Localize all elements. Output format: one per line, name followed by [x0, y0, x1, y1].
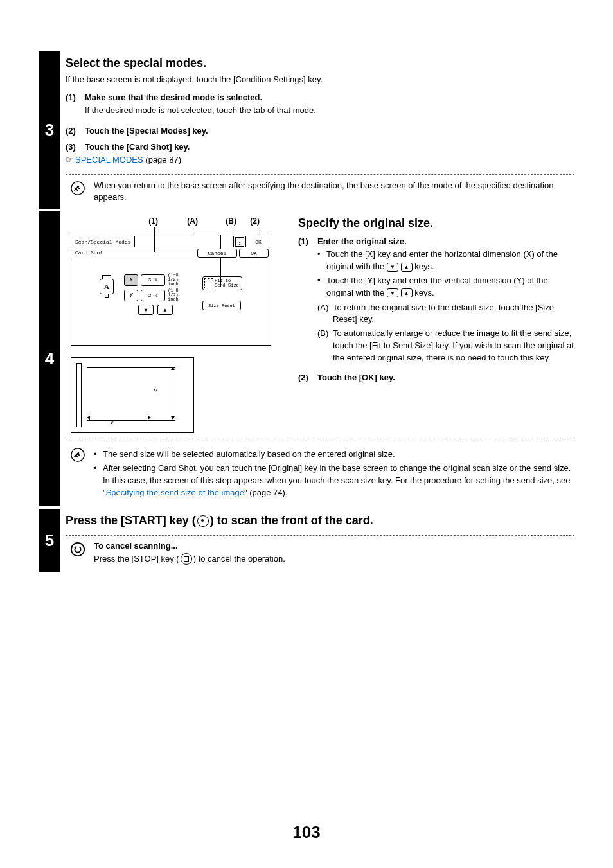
x-key[interactable]: X: [124, 274, 138, 286]
y-value: 2 ⅛: [141, 290, 165, 301]
step4-title: Specify the original size.: [298, 217, 574, 230]
step4-sub1-num: (1): [298, 236, 317, 366]
x-value: 3 ⅜: [141, 274, 165, 286]
y-range: (1~8 1/2) inch: [168, 288, 187, 302]
fit-to-send-size-button[interactable]: Fit to Send Size: [202, 276, 242, 290]
item-B: (B) To automatically enlarge or reduce t…: [317, 328, 574, 364]
fit-label: Fit to Send Size: [215, 279, 239, 288]
divider: [66, 535, 574, 536]
step4-sub2-num: (2): [298, 373, 317, 382]
callout-2: (2): [236, 217, 260, 226]
note-icon: [71, 448, 85, 462]
step3-ref-page: (page 87): [143, 155, 181, 164]
cancel-button[interactable]: Cancel: [197, 249, 237, 258]
up-arrow-button[interactable]: ▲: [157, 305, 173, 315]
size-reset-button[interactable]: Size Reset: [202, 301, 241, 310]
step4-bullet-2: Touch the [Y] key and enter the vertical…: [317, 275, 574, 299]
step3-note-text: When you return to the base screen after…: [94, 180, 574, 204]
step5-sub-text: Press the [STOP] key () to cancel the op…: [94, 553, 285, 565]
diagram-card: [87, 367, 175, 421]
diagram-y-arrow: [173, 368, 173, 418]
panel-callouts: (1) (A) (B) (2): [71, 217, 283, 226]
y-key[interactable]: Y: [124, 290, 138, 301]
panel-top-bar: Scan/Special Modes 12 OK: [71, 236, 271, 247]
step3-sub2: (2) Touch the [Special Modes] key.: [66, 126, 574, 136]
b2a: Touch the [Y] key and enter the vertical…: [326, 276, 548, 297]
step-4: 4 (1) (A) (B) (2): [39, 211, 574, 506]
step4-sub2-head: Touch the [OK] key.: [317, 373, 574, 382]
panel-sub-title: Card Shot: [71, 247, 197, 258]
svg-point-0: [71, 181, 84, 194]
step3-sub2-head: Touch the [Special Modes] key.: [85, 126, 574, 136]
inline-down-icon-2: ▼: [387, 288, 398, 297]
fit-icon: [204, 278, 213, 288]
step3-sub1-num: (1): [66, 93, 85, 120]
step4-sub1-head: Enter the original size.: [317, 236, 574, 246]
panel-main: A X 3 ⅜ (1~8 1/2) inch Y 2 ⅛ (1~8 1/2) i…: [71, 258, 271, 345]
step4-sub1: (1) Enter the original size. Touch the […: [298, 236, 574, 366]
diagram-outer-bar: [76, 363, 82, 427]
return-icon: [71, 542, 85, 556]
y-row: Y 2 ⅛ (1~8 1/2) inch: [124, 288, 187, 302]
callout-1: (1): [71, 217, 158, 226]
step4-right-column: Specify the original size. (1) Enter the…: [298, 217, 574, 433]
item-A: (A) To return the original size to the d…: [317, 302, 574, 326]
stop-key-icon: [181, 553, 192, 565]
send-size-link[interactable]: Specifying the send size of the image: [106, 488, 244, 497]
tab-scan-special[interactable]: Scan/Special Modes: [71, 236, 135, 247]
step-number-5: 5: [39, 509, 60, 573]
step-4-body: (1) (A) (B) (2): [60, 211, 574, 506]
step3-sub1-head: Make sure that the desired mode is selec…: [85, 93, 574, 102]
ok-button-top[interactable]: OK: [245, 236, 271, 247]
diagram-x-label: X: [110, 421, 113, 427]
step3-intro: If the base screen is not displayed, tou…: [66, 74, 574, 86]
divider: [66, 441, 574, 441]
step4-note: The send size will be selected automatic…: [66, 447, 574, 500]
step3-sub1: (1) Make sure that the desired mode is s…: [66, 93, 574, 120]
step3-note: When you return to the base screen after…: [66, 180, 574, 204]
step3-sub1-body: If the desired mode is not selected, tou…: [85, 105, 574, 117]
start-key-icon: [197, 515, 209, 527]
arrow-buttons: ▼ ▲: [138, 305, 173, 315]
pointer-icon: ☞: [66, 155, 73, 164]
special-modes-link[interactable]: SPECIAL MODES: [75, 155, 143, 164]
callout-B: (B): [198, 217, 236, 226]
callout-A: (A): [158, 217, 198, 226]
step4-sub2: (2) Touch the [OK] key.: [298, 373, 574, 382]
xy-diagram: Y X: [71, 357, 194, 433]
step4-note1: The send size will be selected automatic…: [94, 448, 574, 461]
step5-title-b: ) to scan the front of the card.: [210, 514, 373, 527]
step-number-4: 4: [39, 211, 60, 506]
svg-point-1: [71, 448, 84, 461]
text-B: To automatically enlarge or reduce the i…: [333, 328, 574, 364]
diagram-x-arrow: [88, 418, 150, 418]
b1a: Touch the [X] key and enter the horizont…: [326, 249, 558, 271]
x-range: (1~8 1/2) inch: [168, 273, 187, 287]
x-row: X 3 ⅜ (1~8 1/2) inch: [124, 273, 187, 287]
panel-sub-bar: Card Shot Cancel OK: [71, 247, 271, 258]
down-arrow-button[interactable]: ▼: [138, 305, 154, 315]
step3-ref: ☞SPECIAL MODES (page 87): [66, 154, 574, 166]
orientation-icon[interactable]: A: [100, 279, 114, 294]
diagram-y-label: Y: [154, 389, 157, 395]
tab-index-icon[interactable]: 12: [233, 236, 245, 247]
page-number: 103: [0, 822, 613, 842]
step4-note2: After selecting Card Shot, you can touch…: [94, 463, 574, 499]
step4-left-column: (1) (A) (B) (2): [66, 217, 283, 433]
step5-title-a: Press the [START] key (: [66, 514, 196, 527]
ok-button-sub[interactable]: OK: [239, 249, 269, 258]
step3-sub3-num: (3): [66, 142, 85, 152]
note-icon: [71, 181, 85, 195]
step3-sub3-head: Touch the [Card Shot] key.: [85, 142, 574, 152]
step5-title: Press the [START] key () to scan the fro…: [66, 514, 574, 527]
text-A: To return the original size to the defau…: [333, 302, 574, 326]
step-3: 3 Select the special modes. If the base …: [39, 51, 574, 209]
step5-note: To cancel scanning... Press the [STOP] k…: [66, 541, 574, 568]
step-3-body: Select the special modes. If the base sc…: [60, 51, 574, 209]
note2b: " (page 74).: [244, 488, 288, 497]
label-B: (B): [317, 328, 333, 364]
svg-point-2: [71, 543, 84, 556]
touch-panel: Scan/Special Modes 12 OK Card Shot Cance…: [71, 236, 271, 346]
b1b: keys.: [414, 261, 434, 271]
divider: [66, 174, 574, 175]
